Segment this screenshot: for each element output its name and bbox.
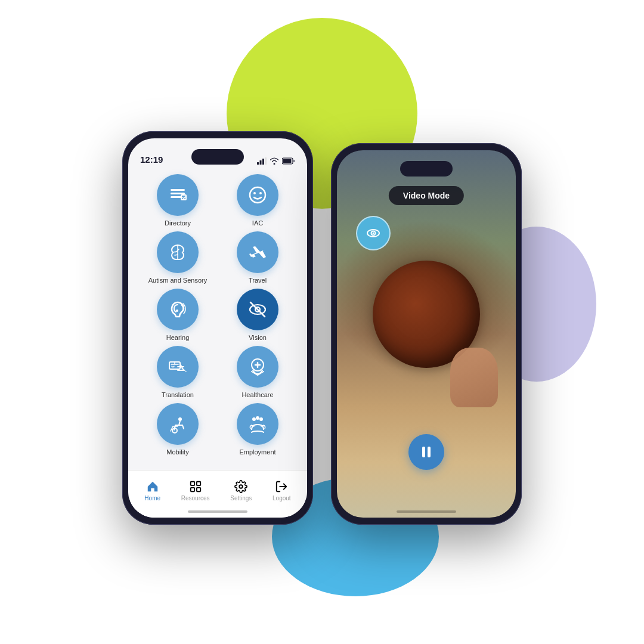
wheelchair-icon: [167, 413, 188, 435]
svg-rect-6: [171, 189, 185, 191]
battery-icon: [282, 157, 295, 165]
healthcare-icon: [247, 356, 268, 377]
resources-tab-icon: [189, 480, 202, 493]
app-icon-autism-sensory: [157, 231, 199, 273]
app-icon-healthcare: [237, 346, 278, 388]
eye-slash-icon: [247, 299, 268, 320]
svg-rect-3: [265, 157, 267, 165]
svg-rect-7: [171, 193, 185, 194]
scene: 12:19: [0, 0, 644, 644]
brain-icon: [167, 242, 188, 263]
app-item-healthcare[interactable]: Healthcare: [220, 346, 295, 398]
list-icon: [167, 184, 188, 206]
tab-home[interactable]: Home: [144, 480, 160, 501]
ear-icon: [167, 299, 188, 320]
app-label-hearing: Hearing: [166, 334, 190, 341]
app-icon-translation: [157, 346, 199, 388]
svg-point-23: [259, 417, 263, 421]
svg-point-28: [240, 485, 243, 488]
svg-point-22: [256, 416, 259, 420]
settings-tab-icon: [234, 480, 247, 493]
smiley-icon: [247, 184, 268, 206]
svg-point-13: [176, 309, 178, 312]
svg-point-10: [250, 187, 265, 203]
plane-icon: [247, 242, 268, 263]
app-label-travel: Travel: [249, 277, 267, 284]
app-label-vision: Vision: [249, 334, 267, 341]
eye-badge: [356, 216, 391, 250]
wifi-icon: [270, 157, 279, 165]
app-item-translation[interactable]: Translation: [140, 346, 215, 398]
app-label-translation: Translation: [162, 391, 194, 398]
svg-rect-0: [257, 162, 259, 165]
app-item-employment[interactable]: Employment: [220, 403, 295, 456]
app-item-hearing[interactable]: Hearing: [140, 289, 215, 341]
app-icon-travel: [237, 231, 278, 273]
employment-icon: [247, 413, 268, 435]
tab-resources-label: Resources: [181, 495, 210, 501]
app-grid: Directory IAC: [128, 168, 307, 462]
app-label-autism-sensory: Autism and Sensory: [148, 277, 207, 284]
app-label-directory: Directory: [165, 219, 191, 227]
svg-point-12: [259, 192, 262, 194]
home-indicator-left: [188, 510, 247, 513]
svg-point-32: [373, 233, 374, 234]
app-icon-hearing: [157, 289, 199, 330]
video-mode-pill: Video Mode: [389, 186, 464, 205]
video-mode-label: Video Mode: [403, 191, 450, 200]
app-label-mobility: Mobility: [166, 448, 188, 456]
app-icon-employment: [237, 403, 278, 445]
logout-tab-icon: [275, 480, 288, 493]
app-item-mobility[interactable]: Mobility: [140, 403, 215, 456]
svg-rect-26: [190, 487, 194, 491]
eye-scan-icon: [364, 224, 383, 243]
app-label-healthcare: Healthcare: [242, 391, 273, 398]
video-screen: Video Mode: [337, 150, 516, 518]
tab-resources[interactable]: Resources: [181, 480, 210, 501]
app-item-iac[interactable]: IAC: [220, 174, 295, 227]
svg-rect-25: [196, 481, 200, 485]
video-content: Video Mode: [337, 150, 516, 518]
svg-rect-34: [428, 447, 431, 457]
phone-left-screen: 12:19: [128, 138, 307, 518]
phone-right: Video Mode: [331, 143, 522, 525]
app-item-vision[interactable]: Vision: [220, 289, 295, 341]
svg-rect-2: [262, 159, 264, 165]
tab-logout-label: Logout: [273, 495, 291, 501]
svg-rect-27: [196, 487, 200, 491]
tab-home-label: Home: [144, 495, 160, 501]
svg-rect-1: [260, 160, 262, 165]
app-item-autism-sensory[interactable]: Autism and Sensory: [140, 231, 215, 284]
status-time: 12:19: [140, 154, 163, 165]
svg-rect-8: [171, 196, 181, 198]
pause-icon: [418, 444, 435, 460]
dynamic-island-left: [191, 149, 244, 165]
svg-rect-33: [422, 447, 425, 457]
svg-rect-5: [283, 159, 292, 163]
translate-icon: [167, 356, 188, 377]
svg-rect-24: [190, 481, 194, 485]
app-item-directory[interactable]: Directory: [140, 174, 215, 227]
home-tab-icon: [146, 480, 159, 493]
app-icon-directory: [157, 174, 199, 216]
signal-icon: [257, 157, 267, 165]
hand-overlay: [450, 348, 498, 407]
dynamic-island-right: [400, 161, 453, 177]
svg-point-21: [252, 417, 256, 421]
app-icon-vision: [237, 289, 278, 330]
tab-settings[interactable]: Settings: [230, 480, 252, 501]
tab-logout[interactable]: Logout: [273, 480, 291, 501]
phone-left: 12:19: [122, 131, 313, 525]
pause-button[interactable]: [408, 434, 444, 470]
phones-container: 12:19: [122, 131, 522, 525]
app-label-employment: Employment: [239, 448, 275, 456]
svg-point-11: [253, 192, 256, 194]
app-item-travel[interactable]: Travel: [220, 231, 295, 284]
home-indicator-right: [397, 510, 456, 513]
app-icon-mobility: [157, 403, 199, 445]
status-icons: [257, 157, 295, 165]
app-icon-iac: [237, 174, 278, 216]
tab-settings-label: Settings: [230, 495, 252, 501]
app-label-iac: IAC: [252, 219, 263, 227]
